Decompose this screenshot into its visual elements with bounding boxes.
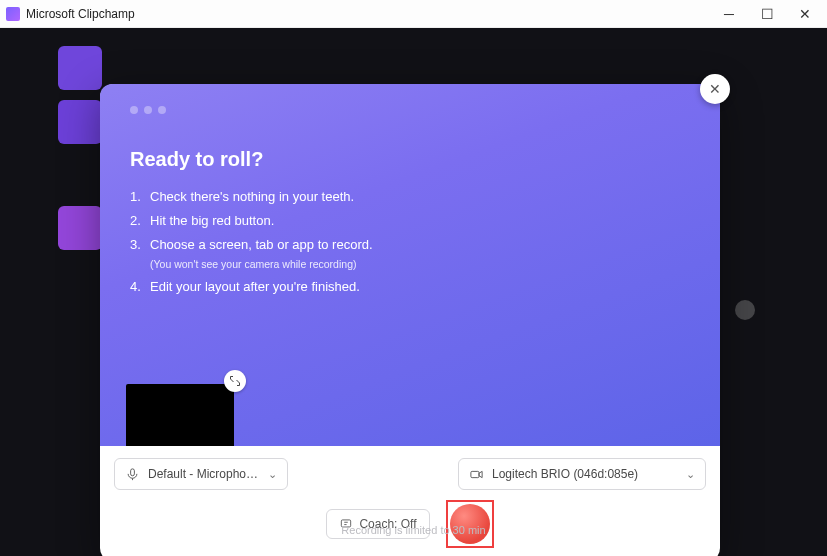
svg-rect-0 bbox=[131, 468, 135, 475]
instruction-text: Choose a screen, tab or app to record. bbox=[150, 237, 373, 252]
instruction-subtext: (You won't see your camera while recordi… bbox=[150, 256, 690, 272]
microphone-select[interactable]: Default - Microphone (Lo... ⌄ bbox=[114, 458, 288, 490]
media-thumbnail bbox=[58, 46, 102, 90]
svg-rect-1 bbox=[471, 471, 479, 477]
app-body: ✕ Ready to roll? Check there's nothing i… bbox=[0, 28, 827, 556]
close-window-button[interactable]: ✕ bbox=[797, 7, 813, 21]
chevron-down-icon: ⌄ bbox=[686, 468, 695, 481]
recording-controls: Default - Microphone (Lo... ⌄ Logitech B… bbox=[100, 446, 720, 556]
app-icon bbox=[6, 7, 20, 21]
instruction-list: Check there's nothing in your teeth. Hit… bbox=[130, 187, 690, 297]
instruction-text: Check there's nothing in your teeth. bbox=[150, 189, 354, 204]
instruction-text: Hit the big red button. bbox=[150, 213, 274, 228]
window-titlebar: Microsoft Clipchamp ─ ☐ ✕ bbox=[0, 0, 827, 28]
instruction-text: Edit your layout after you're finished. bbox=[150, 279, 360, 294]
instruction-item: Check there's nothing in your teeth. bbox=[130, 187, 690, 207]
background-control bbox=[735, 300, 755, 320]
minimize-button[interactable]: ─ bbox=[721, 7, 737, 21]
expand-icon bbox=[229, 375, 241, 387]
instruction-item: Hit the big red button. bbox=[130, 211, 690, 231]
camera-select[interactable]: Logitech BRIO (046d:085e) ⌄ bbox=[458, 458, 706, 490]
panel-heading: Ready to roll? bbox=[130, 148, 690, 171]
maximize-button[interactable]: ☐ bbox=[759, 7, 775, 21]
record-setup-panel: ✕ Ready to roll? Check there's nothing i… bbox=[100, 84, 720, 556]
camera-icon bbox=[469, 467, 484, 482]
chevron-down-icon: ⌄ bbox=[268, 468, 277, 481]
microphone-label: Default - Microphone (Lo... bbox=[148, 467, 264, 481]
media-thumbnail bbox=[58, 100, 102, 144]
window-title: Microsoft Clipchamp bbox=[26, 7, 135, 21]
close-panel-button[interactable]: ✕ bbox=[700, 74, 730, 104]
instruction-item: Edit your layout after you're finished. bbox=[130, 277, 690, 297]
media-thumbnail bbox=[58, 206, 102, 250]
panel-header: ✕ Ready to roll? Check there's nothing i… bbox=[100, 84, 720, 446]
recording-limit-note: Recording is limited to 30 min bbox=[341, 524, 485, 536]
microphone-icon bbox=[125, 467, 140, 482]
window-dots-decoration bbox=[130, 106, 690, 114]
close-icon: ✕ bbox=[709, 81, 721, 97]
expand-preview-button[interactable] bbox=[224, 370, 246, 392]
camera-label: Logitech BRIO (046d:085e) bbox=[492, 467, 682, 481]
instruction-item: Choose a screen, tab or app to record. (… bbox=[130, 235, 690, 272]
camera-preview-thumbnail bbox=[126, 384, 234, 446]
